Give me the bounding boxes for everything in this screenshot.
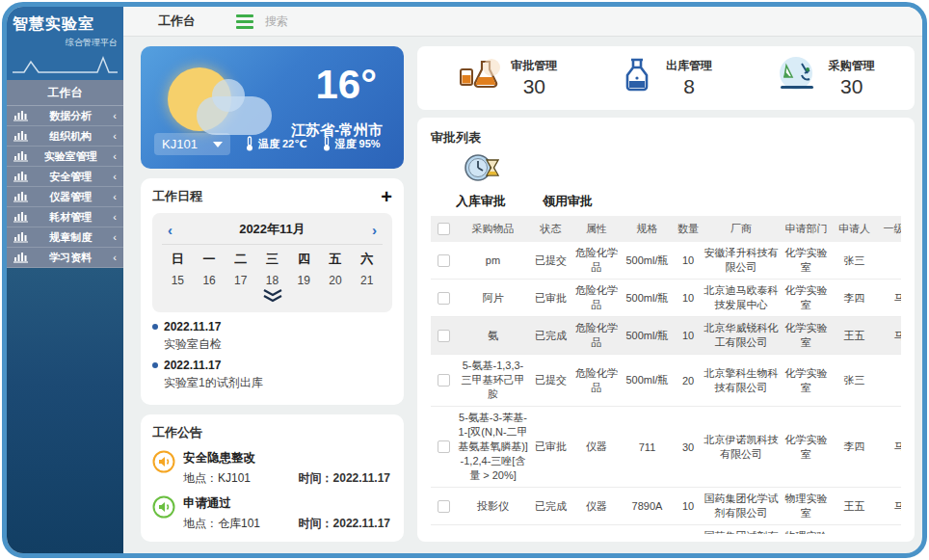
- table-cell: 北京迪马欧泰科技发展中心: [703, 280, 780, 317]
- table-row[interactable]: 气象色谱仪已提交仪器7890B2国药集团试剂有限公司物理实验室张三: [431, 525, 901, 535]
- schedule-event[interactable]: 2022.11.17实验室1的试剂出库: [152, 359, 392, 391]
- announcement-body: 安全隐患整改地点：KJ101时间：2022.11.17: [183, 450, 392, 487]
- bullet-icon: [152, 324, 158, 330]
- table-cell: 危险化学品: [572, 280, 621, 317]
- calendar-weekday: 二: [225, 251, 256, 268]
- announcement-title: 申请通过: [183, 495, 392, 512]
- calendar-expand-button[interactable]: [162, 287, 383, 308]
- table-row[interactable]: 5-氨基-3-苯基-1-[双(N,N-二甲基氨基氧膦基)]-1,2,4-三唑[含…: [431, 407, 901, 488]
- sidebar-item-数据分析[interactable]: 数据分析‹: [7, 106, 123, 126]
- bar-chart-icon: [13, 130, 28, 142]
- sidebar-item-仪器管理[interactable]: 仪器管理‹: [7, 187, 123, 207]
- speaker-icon: [152, 495, 175, 519]
- sidebar-item-workbench[interactable]: 工作台: [7, 80, 123, 106]
- add-schedule-button[interactable]: +: [381, 189, 392, 204]
- column-header: 厂商: [703, 216, 780, 242]
- sidebar-item-安全管理[interactable]: 安全管理‹: [7, 167, 123, 187]
- table-cell: 安徽泽升科技有限公司: [703, 242, 780, 280]
- table-cell: 危险化学品: [572, 242, 621, 280]
- calendar-weekday: 五: [320, 251, 352, 268]
- main-area: 工作台 搜索 16° 江苏省-常州市 KJ101 温度 22℃: [123, 7, 922, 553]
- left-column: 16° 江苏省-常州市 KJ101 温度 22℃湿度 95% 工作日程 +: [141, 46, 404, 542]
- table-cell: 危险化学品: [572, 355, 621, 407]
- sidebar-item-规章制度[interactable]: 规章制度‹: [7, 227, 123, 248]
- bar-chart-icon: [13, 191, 28, 202]
- calendar-weekday: 一: [194, 251, 226, 268]
- announcement-meta: 地点：仓库101时间：2022.11.17: [183, 516, 392, 532]
- row-checkbox-cell: [431, 488, 457, 525]
- menu-toggle-icon[interactable]: [236, 14, 253, 29]
- announcement-item[interactable]: 申请通过地点：仓库101时间：2022.11.17: [152, 495, 392, 532]
- event-text: 实验室1的试剂出库: [164, 375, 392, 391]
- app-logo-subtitle: 综合管理平台: [13, 37, 118, 49]
- topbar: 工作台 搜索: [123, 7, 922, 37]
- sidebar-item-label: 数据分析: [28, 109, 113, 123]
- stat-审批管理[interactable]: 审批管理30: [457, 56, 557, 100]
- select-all-checkbox[interactable]: [438, 223, 450, 235]
- column-header: 一级审批人: [876, 216, 901, 242]
- table-cell: 化学实验室: [780, 355, 833, 407]
- table-cell: 化学实验室: [780, 407, 833, 488]
- sidebar-item-耗材管理[interactable]: 耗材管理‹: [7, 207, 123, 227]
- stat-label: 采购管理: [829, 58, 875, 74]
- table-cell: 物理实验室: [780, 488, 833, 525]
- table-row[interactable]: 投影仪已完成仪器7890A10国药集团化学试剂有限公司物理实验室王五马仲侬: [431, 488, 901, 525]
- row-checkbox[interactable]: [438, 330, 450, 342]
- stat-text: 审批管理30: [511, 58, 557, 98]
- sidebar-item-组织机构[interactable]: 组织机构‹: [7, 126, 123, 147]
- table-cell: 10: [674, 488, 703, 525]
- calendar-next-button[interactable]: ›: [372, 223, 377, 237]
- humidity-icon: [321, 136, 332, 153]
- calendar-date[interactable]: 15: [162, 274, 194, 287]
- select-all-header: [431, 216, 457, 242]
- column-header: 数量: [674, 216, 703, 242]
- announcement-item[interactable]: 安全隐患整改地点：KJ101时间：2022.11.17: [152, 450, 392, 487]
- search-button[interactable]: 搜索: [265, 13, 288, 30]
- table-cell: 马仲侬: [876, 407, 901, 488]
- table-row[interactable]: 5-氨基-1,3,3-三甲基环己甲胺已提交危险化学品500ml/瓶20北京擎科生…: [431, 355, 901, 407]
- calendar-date[interactable]: 21: [351, 274, 383, 287]
- row-checkbox-cell: [431, 242, 457, 280]
- approval-card: 审批列表 入库审批领用审批: [417, 118, 915, 542]
- calendar-date[interactable]: 20: [320, 274, 352, 287]
- table-row[interactable]: 氨已完成危险化学品500ml/瓶10北京华威锐科化工有限公司化学实验室王五马仲侬: [431, 317, 901, 355]
- table-cell: 阿片: [457, 280, 529, 317]
- room-select-value: KJ101: [162, 137, 198, 151]
- row-checkbox[interactable]: [438, 254, 450, 267]
- stat-采购管理[interactable]: 采购管理30: [773, 56, 875, 100]
- sidebar-footer: [7, 268, 123, 553]
- calendar-date[interactable]: 19: [288, 274, 320, 287]
- sidebar-item-学习资料[interactable]: 学习资料‹: [7, 248, 123, 268]
- stat-出库管理[interactable]: 出库管理8: [618, 56, 712, 100]
- table-cell: 20: [674, 355, 703, 407]
- calendar-weekday: 三: [256, 251, 288, 268]
- sidebar-item-label: 仪器管理: [28, 190, 113, 204]
- table-row[interactable]: 阿片已审批危险化学品500ml/瓶10北京迪马欧泰科技发展中心化学实验室李四马仲…: [431, 280, 901, 317]
- row-checkbox[interactable]: [438, 500, 450, 513]
- content: 16° 江苏省-常州市 KJ101 温度 22℃湿度 95% 工作日程 +: [123, 37, 922, 553]
- table-cell: 500ml/瓶: [621, 242, 674, 280]
- chevron-left-icon: ‹: [113, 150, 117, 162]
- calendar-weekday: 四: [288, 251, 320, 268]
- stat-label: 审批管理: [511, 58, 557, 74]
- tab-领用审批[interactable]: 领用审批: [543, 193, 593, 210]
- table-cell: [876, 525, 901, 535]
- row-checkbox[interactable]: [438, 292, 450, 305]
- calendar-date[interactable]: 17: [225, 274, 256, 287]
- column-header: 规格: [621, 216, 674, 242]
- calendar-date[interactable]: 18: [256, 274, 288, 287]
- row-checkbox[interactable]: [438, 440, 450, 453]
- table-cell: 物理实验室: [780, 525, 833, 535]
- calendar-prev-button[interactable]: ‹: [168, 223, 173, 237]
- tab-入库审批[interactable]: 入库审批: [456, 193, 506, 210]
- sidebar-item-实验室管理[interactable]: 实验室管理‹: [7, 147, 123, 167]
- room-select-dropdown[interactable]: KJ101: [154, 133, 230, 155]
- table-cell: 气象色谱仪: [457, 525, 529, 535]
- table-cell: 已提交: [529, 525, 572, 535]
- announcement-location: 地点：仓库101: [183, 516, 260, 532]
- schedule-event[interactable]: 2022.11.17实验室自检: [152, 320, 392, 353]
- row-checkbox[interactable]: [438, 374, 450, 387]
- table-row[interactable]: pm已提交危险化学品500ml/瓶10安徽泽升科技有限公司化学实验室张三: [431, 242, 901, 280]
- calendar-date[interactable]: 16: [194, 274, 226, 287]
- weather-metric-label: 湿度 95%: [335, 137, 381, 151]
